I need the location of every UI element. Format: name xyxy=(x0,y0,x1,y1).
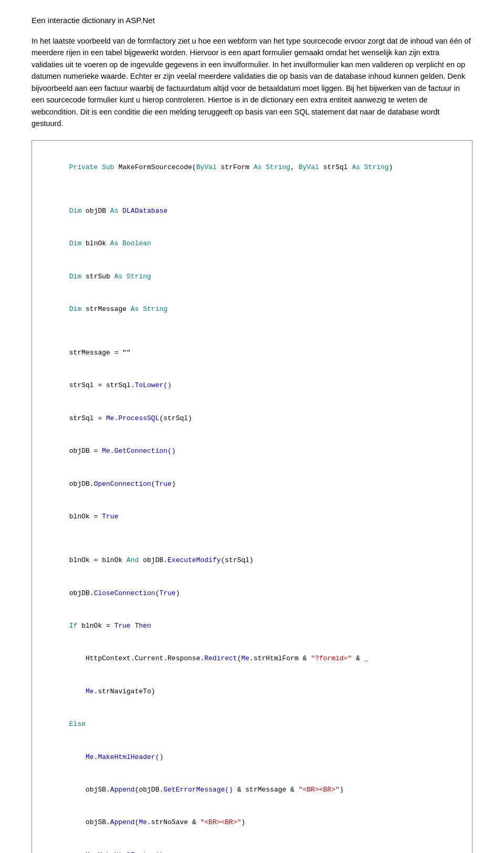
code-text: ( xyxy=(237,654,242,662)
code-text: objDB. xyxy=(143,556,167,564)
code-text: blnOk xyxy=(86,240,110,247)
code-text: strSub xyxy=(86,273,114,280)
code-keyword: ByVal xyxy=(196,163,221,171)
code-method: Me xyxy=(102,447,110,455)
intro-paragraph: In het laatste voorbeeld van de formfact… xyxy=(32,35,472,130)
code-line-dim1: Dim objDB As DLADatabase xyxy=(45,195,459,227)
code-method: ExecuteModify xyxy=(167,556,220,564)
code-line-blnok1: blnOk = True xyxy=(45,501,459,533)
code-block: Private Sub MakeFormSourcecode(ByVal str… xyxy=(32,140,472,853)
code-text: blnOk = blnOk xyxy=(69,556,127,564)
code-text: strSql = strSql. xyxy=(69,381,135,389)
code-keyword: As Boolean xyxy=(110,240,151,247)
code-line-makehtmlheader: Me.MakeHtmlHeader() xyxy=(45,741,459,774)
code-value: Me xyxy=(86,688,94,695)
code-text: ) xyxy=(242,818,246,826)
code-line-closeconn: objDB.CloseConnection(True) xyxy=(45,577,459,610)
code-line-strsql2: strSql = Me.ProcessSQL(strSql) xyxy=(45,402,459,435)
code-text: objSB. xyxy=(69,818,110,826)
code-line-strsql1: strSql = strSql.ToLower() xyxy=(45,370,459,402)
code-keyword: Dim xyxy=(69,273,86,280)
page: Een interactie dictionary in ASP.Net In … xyxy=(0,0,504,853)
code-text: blnOk = xyxy=(81,622,114,630)
code-keyword: Dim xyxy=(69,305,86,313)
code-string: "<BR><BR>" xyxy=(200,818,241,826)
code-line-makehtmlfooter: Me.MakeHtmlFooter() xyxy=(45,839,459,853)
code-method: OpenConnection xyxy=(94,480,151,488)
code-text: objDB. xyxy=(69,589,94,597)
code-text: strMessage xyxy=(86,305,131,313)
code-text xyxy=(69,753,86,761)
code-text: . xyxy=(110,447,114,455)
code-text: ) xyxy=(176,589,180,597)
code-method: Redirect xyxy=(204,654,237,662)
code-keyword: If xyxy=(69,622,81,630)
code-string: "<BR><BR>" xyxy=(299,786,340,794)
code-keyword: Private Sub xyxy=(69,163,119,171)
code-keyword: As xyxy=(110,207,122,215)
code-value: Me xyxy=(86,753,94,761)
code-text: ) xyxy=(340,786,344,794)
code-text: blnOk = xyxy=(69,513,102,521)
code-method: MakeHtmlHeader() xyxy=(98,753,163,761)
code-keyword: Dim xyxy=(69,240,86,247)
code-method: GetErrorMessage() xyxy=(163,786,233,794)
code-text: strForm xyxy=(220,163,253,171)
code-string: "?formid=" xyxy=(311,654,352,662)
code-line-else: Else xyxy=(45,708,459,741)
code-value: True Then xyxy=(114,622,151,630)
code-text: objDB = xyxy=(69,447,102,455)
code-text: strMessage = "" xyxy=(69,349,131,357)
code-text: objSB. xyxy=(69,786,110,794)
code-keyword: And xyxy=(127,556,143,564)
code-line-if: If blnOk = True Then xyxy=(45,610,459,642)
code-text: (objDB. xyxy=(135,786,164,794)
code-method: Append xyxy=(110,818,135,826)
code-line-objdb1: objDB = Me.GetConnection() xyxy=(45,435,459,467)
code-line-blnok2: blnOk = blnOk And objDB.ExecuteModify(st… xyxy=(45,544,459,577)
code-text: & _ xyxy=(352,654,368,662)
code-text: ) xyxy=(388,163,393,171)
code-line-append1: objSB.Append(objDB.GetErrorMessage() & s… xyxy=(45,774,459,806)
code-text: , xyxy=(290,163,299,171)
code-blank3 xyxy=(45,534,459,545)
code-text: objDB. xyxy=(69,480,94,488)
code-line-signature: Private Sub MakeFormSourcecode(ByVal str… xyxy=(45,151,459,184)
code-text: .strHtmlForm & xyxy=(249,654,311,662)
code-text: HttpContext.Current.Response. xyxy=(69,654,204,662)
code-method: ToLower() xyxy=(135,381,172,389)
code-text: ( xyxy=(151,480,155,488)
code-value: True xyxy=(155,480,172,488)
page-title: Een interactie dictionary in ASP.Net xyxy=(32,16,472,25)
code-line-redirect2: Me.strNavigateTo) xyxy=(45,675,459,708)
code-keyword: Else xyxy=(69,720,86,728)
code-text: ) xyxy=(172,480,176,488)
code-type: DLADatabase xyxy=(122,207,167,215)
code-value: Me xyxy=(139,818,147,826)
code-line-dim3: Dim strSub As String xyxy=(45,261,459,293)
code-text: (strSql) xyxy=(220,556,253,564)
code-blank2 xyxy=(45,326,459,337)
code-method: GetConnection() xyxy=(114,447,176,455)
code-keyword: As String xyxy=(131,305,167,313)
code-method: Append xyxy=(110,786,135,794)
code-text: strSql = xyxy=(69,414,106,422)
code-keyword: Dim xyxy=(69,207,86,215)
code-value: True xyxy=(102,513,118,521)
code-text: (strSql) xyxy=(159,414,192,422)
code-keyword: ByVal xyxy=(299,163,323,171)
code-blank xyxy=(45,184,459,195)
code-method: CloseConnection xyxy=(94,589,155,597)
code-keyword: As String xyxy=(352,163,388,171)
code-line-dim4: Dim strMessage As String xyxy=(45,293,459,326)
code-line-append2: objSB.Append(Me.strNoSave & "<BR><BR>") xyxy=(45,807,459,839)
code-text: & strMessage & xyxy=(233,786,299,794)
code-value: True xyxy=(159,589,175,597)
code-line-dim2: Dim blnOk As Boolean xyxy=(45,227,459,260)
code-line-strmessage: strMessage = "" xyxy=(45,337,459,369)
code-value: Me xyxy=(242,654,250,662)
code-method: Me xyxy=(106,414,114,422)
code-line-objdb2: objDB.OpenConnection(True) xyxy=(45,468,459,501)
code-text: objDB xyxy=(86,207,110,215)
code-keyword: As String xyxy=(114,273,151,280)
